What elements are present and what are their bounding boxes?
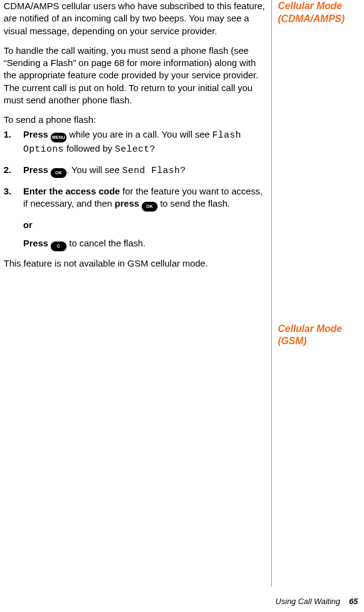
alt-step: Press C to cancel the flash.: [4, 237, 265, 251]
step-number: 3.: [4, 185, 12, 197]
main-content: CDMA/AMPS cellular users who have subscr…: [0, 0, 272, 587]
intro-paragraph-1: CDMA/AMPS cellular users who have subscr…: [4, 0, 265, 37]
display-text: Send Flash?: [122, 166, 186, 176]
action-verb: Press: [23, 238, 51, 248]
menu-icon: MENU: [51, 133, 67, 142]
step-number: 2.: [4, 164, 12, 176]
step-text: while you are in a call. You will see: [67, 129, 212, 139]
step-text: to send the flash.: [158, 198, 230, 208]
ok-icon: OK: [142, 202, 158, 212]
step-3: 3. Enter the access code for the feature…: [18, 185, 265, 212]
step-text: . You will see: [67, 164, 122, 175]
intro-paragraph-2: To handle the call waiting, you must sen…: [4, 45, 265, 106]
step-2: 2. Press OK. You will see Send Flash?: [18, 164, 265, 178]
action-verb: Press: [23, 164, 51, 175]
action-verb: press: [115, 198, 142, 208]
page-footer: Using Call Waiting 65: [275, 596, 364, 607]
side-annotations: Cellular Mode (CDMA/AMPS) Cellular Mode …: [272, 0, 355, 587]
footer-title: Using Call Waiting: [275, 597, 340, 606]
annotation-cdma: Cellular Mode (CDMA/AMPS): [278, 0, 352, 26]
step-list: 1. Press MENU while you are in a call. Y…: [4, 128, 265, 212]
step-1: 1. Press MENU while you are in a call. Y…: [18, 128, 265, 156]
or-label: or: [4, 219, 265, 231]
page-number: 65: [349, 597, 358, 606]
annotation-gsm: Cellular Mode (GSM): [278, 323, 352, 348]
step-text: followed by: [64, 143, 115, 153]
ok-icon: OK: [51, 168, 67, 178]
lead-in-text: To send a phone flash:: [4, 114, 265, 126]
c-icon: C: [51, 241, 67, 251]
gsm-note: This feature is not available in GSM cel…: [4, 257, 265, 270]
step-number: 1.: [4, 128, 12, 141]
display-text: Select?: [115, 144, 156, 155]
action-verb: Press: [23, 129, 51, 139]
step-text: to cancel the flash.: [67, 238, 145, 248]
action-verb: Enter the access code: [23, 186, 120, 196]
